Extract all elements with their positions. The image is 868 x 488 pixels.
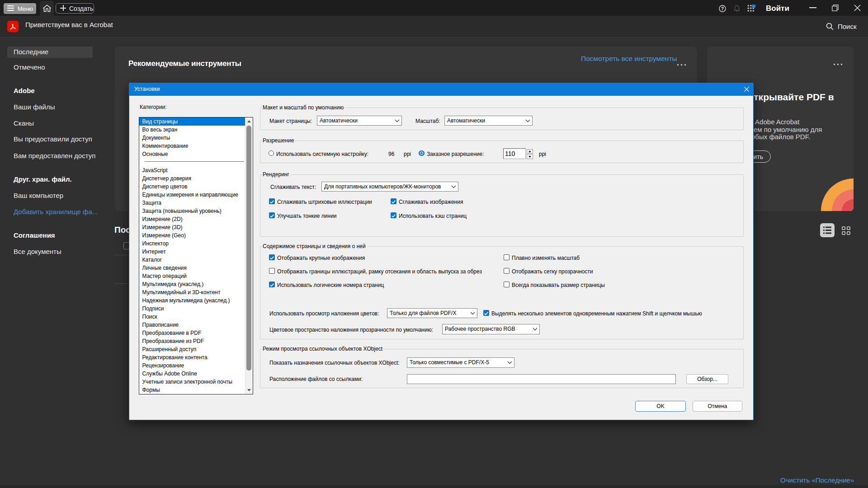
svg-text:?: ?	[721, 6, 724, 11]
